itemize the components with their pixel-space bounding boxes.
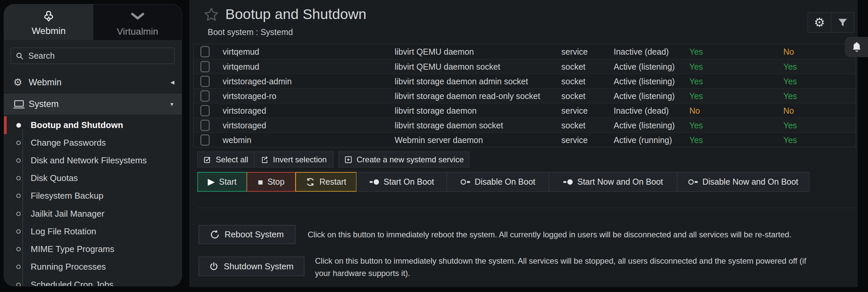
row-checkbox[interactable] [200,120,210,131]
tab-virtualmin-label: Virtualmin [117,26,158,37]
sidebar-item-label: Scheduled Cron Jobs [31,280,114,286]
select-all-button[interactable]: Select all [197,152,254,167]
filter-button[interactable] [831,13,854,32]
service-link[interactable]: virtstoraged [223,120,266,130]
tab-webmin[interactable]: Webmin [4,4,93,40]
shutdown-system-label: Shutdown System [224,261,294,272]
service-link[interactable]: virtstoraged-admin [223,76,292,86]
invert-selection-button[interactable]: Invert selection [254,152,333,167]
disable-on-boot-button[interactable]: Disable On Boot [447,172,549,192]
service-description: Webmin server daemon [395,135,483,145]
row-checkbox[interactable] [200,46,210,57]
toggle-on-icon [563,179,573,185]
sidebar-item-filesystem-backup[interactable]: Filesystem Backup [4,187,182,205]
sidebar-item-log-file-rotation[interactable]: Log File Rotation [4,223,182,240]
restart-button[interactable]: Restart [295,172,356,192]
bullet-icon [16,212,21,216]
shutdown-description-line2: your hardware supports it). [315,267,806,279]
sidebar-tabs: Webmin Virtualmin [4,4,182,40]
filter-icon [838,18,848,27]
sidebar-item-webmin-label: Webmin [29,77,62,88]
sidebar-item-change-passwords[interactable]: Change Passwords [4,134,182,152]
sidebar-item-mime-type-programs[interactable]: MIME Type Programs [4,240,182,258]
start-now-and-on-boot-button[interactable]: Start Now and On Boot [549,172,677,192]
disable-now-and-on-boot-button[interactable]: Disable Now and On Boot [677,172,809,192]
stop-button[interactable]: ■ Stop [247,172,296,192]
power-icon [209,262,218,271]
table-row: webmin Webmin server daemon service Acti… [194,132,856,147]
sidebar: Webmin Virtualmin ⚙ Webmin ◀ [4,4,182,286]
section-divider [197,208,856,208]
service-status: Active (listening) [614,62,675,71]
sidebar-search [11,48,175,64]
sidebar-item-label: Log File Rotation [31,226,96,237]
table-row: virtqemud libvirt QEMU daemon socket soc… [194,59,856,74]
running-now-value: Yes [783,135,797,145]
sidebar-item-label: Bootup and Shutdown [31,120,123,130]
at-boot-value: No [689,106,700,115]
refresh-icon [306,177,315,187]
service-type: socket [561,91,585,101]
service-link[interactable]: webmin [223,135,251,145]
sidebar-item-webmin[interactable]: ⚙ Webmin ◀ [4,72,182,92]
chevron-down-icon [131,12,145,20]
service-link[interactable]: virtstoraged-ro [223,91,276,101]
system-monitor-icon [13,100,25,109]
service-type: service [561,106,588,115]
favorite-star-icon[interactable] [203,7,219,23]
service-type: service [561,47,588,57]
plus-square-icon [344,156,352,164]
sidebar-item-label: Jailkit Jail Manager [31,209,104,219]
shutdown-description-line1: Click on this button to immediately shut… [315,255,806,267]
tab-virtualmin[interactable]: Virtualmin [93,4,182,40]
row-checkbox[interactable] [200,76,210,87]
settings-button[interactable]: ⚙ [808,13,831,32]
bell-icon [851,41,862,53]
at-boot-value: Yes [689,135,703,145]
bullet-icon [16,123,21,128]
create-service-button[interactable]: Create a new systemd service [339,152,469,167]
sidebar-item-disk-and-network-filesystems[interactable]: Disk and Network Filesystems [4,152,182,169]
service-description: libvirt storage daemon socket [395,120,503,130]
row-checkbox[interactable] [200,134,210,146]
sidebar-item-system[interactable]: System ▼ [4,94,182,115]
reboot-system-button[interactable]: Reboot System [199,225,295,244]
service-type: socket [561,76,585,86]
sidebar-item-scheduled-cron-jobs[interactable]: Scheduled Cron Jobs [4,276,182,286]
notifications-button[interactable] [845,37,868,57]
disable-on-boot-label: Disable On Boot [475,177,535,187]
shutdown-system-button[interactable]: Shutdown System [199,257,304,276]
start-on-boot-label: Start On Boot [384,177,434,187]
service-description: libvirt QEMU daemon [395,47,474,57]
service-link[interactable]: virtqemud [223,62,259,71]
service-status: Active (running) [614,135,672,145]
search-icon [16,52,24,60]
search-input[interactable] [28,51,162,61]
sidebar-item-running-processes[interactable]: Running Processes [4,258,182,276]
service-description: libvirt storage daemon [395,106,477,115]
gear-icon: ⚙ [814,16,825,29]
service-link[interactable]: virtqemud [223,47,259,57]
reboot-icon [210,230,219,239]
row-checkbox[interactable] [200,105,210,116]
service-link[interactable]: virtstoraged [223,106,266,115]
sidebar-item-bootup-and-shutdown[interactable]: Bootup and Shutdown [4,116,182,134]
running-now-value: No [783,106,794,115]
service-status: Inactive (dead) [614,47,669,57]
start-on-boot-button[interactable]: Start On Boot [356,172,447,192]
at-boot-value: Yes [689,47,703,57]
service-description: libvirt storage daemon admin socket [395,76,528,86]
create-service-label: Create a new systemd service [356,155,464,164]
bullet-icon [16,229,21,234]
sidebar-item-label: Filesystem Backup [31,191,103,201]
bullet-icon [16,176,21,180]
restart-label: Restart [319,177,346,187]
bullet-icon [16,283,21,286]
select-all-label: Select all [216,155,248,164]
row-checkbox[interactable] [200,90,210,102]
row-checkbox[interactable] [200,61,210,72]
start-button[interactable]: ▶ Start [197,172,247,192]
sidebar-item-disk-quotas[interactable]: Disk Quotas [4,169,182,187]
stop-square-icon: ■ [258,178,263,186]
sidebar-item-jailkit-jail-manager[interactable]: Jailkit Jail Manager [4,205,182,223]
